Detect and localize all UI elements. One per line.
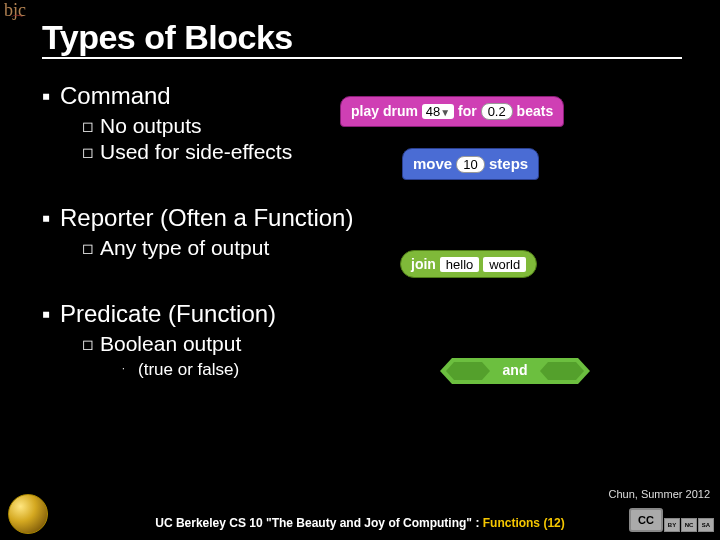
join-arg1: hello	[440, 257, 479, 272]
slide-title: Types of Blocks	[42, 18, 682, 59]
and-label: and	[440, 362, 590, 378]
cc-badge: CC	[629, 508, 663, 532]
field-steps: 10	[456, 156, 484, 173]
bullet-predicate: ▪Predicate (Function)	[42, 300, 696, 328]
block-and: and	[440, 358, 630, 388]
bjc-logo: bjc ⌒	[4, 4, 26, 26]
cc-license-icon: CC BY NC SA	[629, 508, 714, 532]
cc-sa: SA	[698, 518, 714, 532]
cc-nc: NC	[681, 518, 697, 532]
field-beats: 0.2	[481, 103, 513, 120]
sub-any-output: ◻Any type of output	[82, 236, 696, 260]
footer-course: UC Berkeley CS 10 "The Beauty and Joy of…	[0, 516, 720, 530]
block-join: join hello world	[400, 250, 537, 278]
bullet-reporter: ▪Reporter (Often a Function)	[42, 204, 696, 232]
cc-by: BY	[664, 518, 680, 532]
block-move: move 10 steps	[402, 148, 539, 180]
sub-side-effects: ◻Used for side-effects	[82, 140, 696, 164]
sub-boolean: ◻Boolean output	[82, 332, 696, 356]
block-play-drum: play drum 48▼ for 0.2 beats	[340, 96, 564, 127]
dropdown-drum: 48▼	[422, 104, 454, 119]
footer-author: Chun, Summer 2012	[609, 488, 711, 500]
logo-swirl-icon: ⌒	[10, 17, 26, 27]
join-arg2: world	[483, 257, 526, 272]
